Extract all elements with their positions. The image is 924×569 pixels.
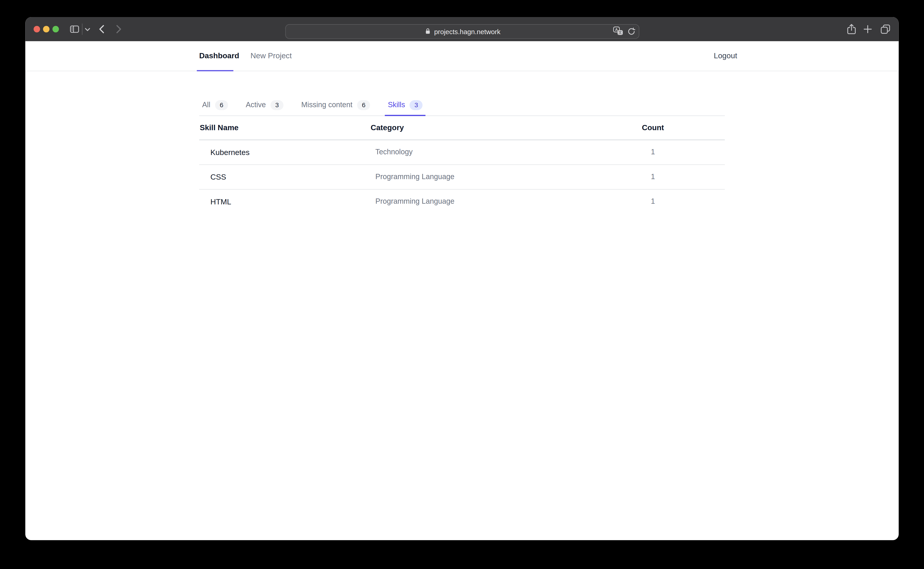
skill-count: 1 <box>612 165 694 189</box>
reload-icon[interactable] <box>627 26 636 37</box>
lock-icon <box>424 27 431 36</box>
forward-icon[interactable] <box>114 24 122 34</box>
chevron-down-icon[interactable] <box>84 27 91 32</box>
share-icon[interactable] <box>846 23 857 35</box>
column-header-count: Count <box>612 116 694 140</box>
nav-item-dashboard[interactable]: Dashboard <box>199 41 239 70</box>
tab-active[interactable]: Active 3 <box>243 94 286 116</box>
logout-button[interactable]: Logout <box>714 41 737 70</box>
browser-window: projects.hagn.network A 文 <box>25 17 898 540</box>
page-content: Dashboard New Project Logout All 6 <box>25 41 898 540</box>
skill-name: HTML <box>210 190 231 214</box>
sidebar-icon[interactable] <box>69 24 80 35</box>
skill-count: 1 <box>612 140 694 164</box>
skill-name: Kubernetes <box>210 140 250 164</box>
traffic-close-button[interactable] <box>34 26 40 32</box>
table-header-row: Skill Name Category Count <box>199 116 725 140</box>
skill-category: Programming Language <box>376 165 455 189</box>
table-row[interactable]: Kubernetes Technology 1 <box>199 140 725 165</box>
table-row[interactable]: CSS Programming Language 1 <box>199 165 725 190</box>
main-area: All 6 Active 3 Missing content 6 Skill <box>25 71 898 540</box>
tab-all-count-badge: 6 <box>215 100 228 110</box>
tab-missing-content-count-badge: 6 <box>357 100 370 110</box>
column-header-category: Category <box>371 116 404 140</box>
back-icon[interactable] <box>98 24 106 34</box>
address-url: projects.hagn.network <box>434 28 501 35</box>
traffic-minimize-button[interactable] <box>43 26 49 32</box>
skill-category: Programming Language <box>376 190 455 214</box>
traffic-zoom-button[interactable] <box>52 26 59 32</box>
skills-table: Skill Name Category Count Kubernetes Tec… <box>199 116 725 214</box>
browser-toolbar: projects.hagn.network A 文 <box>25 17 898 41</box>
tab-all[interactable]: All 6 <box>199 94 231 116</box>
filter-tabs: All 6 Active 3 Missing content 6 Skill <box>199 94 725 116</box>
tab-missing-content[interactable]: Missing content 6 <box>298 94 373 116</box>
skill-category: Technology <box>376 140 413 164</box>
nav-item-new-project[interactable]: New Project <box>250 41 292 70</box>
screen: projects.hagn.network A 文 <box>0 0 924 569</box>
app-header: Dashboard New Project Logout <box>25 41 898 71</box>
tab-active-count-badge: 3 <box>271 100 283 110</box>
svg-text:文: 文 <box>618 30 622 34</box>
new-tab-icon[interactable] <box>863 24 873 34</box>
skill-name: CSS <box>210 165 226 189</box>
table-row[interactable]: HTML Programming Language 1 <box>199 190 725 214</box>
translate-icon[interactable]: A 文 <box>613 26 624 38</box>
svg-text:A: A <box>615 27 618 31</box>
tab-skills[interactable]: Skills 3 <box>385 94 426 116</box>
address-bar[interactable]: projects.hagn.network A 文 <box>285 24 639 39</box>
toolbar-divider <box>82 24 83 35</box>
skill-count: 1 <box>612 190 694 214</box>
tab-skills-count-badge: 3 <box>410 100 423 110</box>
tab-overview-icon[interactable] <box>880 24 891 35</box>
column-header-skill-name: Skill Name <box>200 116 238 140</box>
